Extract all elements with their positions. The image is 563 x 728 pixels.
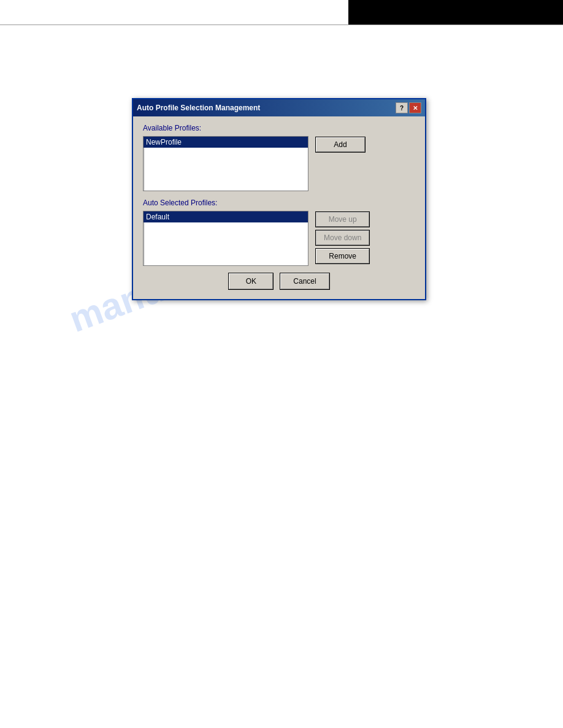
list-item[interactable]: NewProfile bbox=[144, 137, 308, 148]
dialog-title: Auto Profile Selection Management bbox=[137, 104, 260, 112]
dialog-wrapper: Auto Profile Selection Management ? ✕ Av… bbox=[132, 98, 426, 300]
top-line bbox=[0, 25, 563, 25]
auto-profile-dialog: Auto Profile Selection Management ? ✕ Av… bbox=[132, 98, 426, 300]
auto-selected-profiles-label: Auto Selected Profiles: bbox=[143, 199, 415, 207]
auto-selected-btn-col: Move up Move down Remove bbox=[316, 211, 369, 264]
move-down-button[interactable]: Move down bbox=[316, 230, 369, 245]
auto-selected-profiles-row: Default Move up Move down Remove bbox=[143, 211, 415, 266]
add-button[interactable]: Add bbox=[316, 137, 365, 152]
auto-selected-profiles-list[interactable]: Default bbox=[143, 211, 308, 266]
list-item[interactable]: Default bbox=[144, 211, 308, 222]
move-up-button[interactable]: Move up bbox=[316, 212, 369, 227]
bottom-buttons: OK Cancel bbox=[143, 273, 415, 289]
available-profiles-list[interactable]: NewProfile bbox=[143, 136, 308, 191]
title-bar: Auto Profile Selection Management ? ✕ bbox=[133, 99, 425, 116]
help-button[interactable]: ? bbox=[396, 102, 408, 113]
dialog-content: Available Profiles: NewProfile Add Auto … bbox=[133, 116, 425, 299]
title-bar-controls: ? ✕ bbox=[396, 102, 421, 113]
remove-button[interactable]: Remove bbox=[316, 249, 369, 264]
top-bar bbox=[348, 0, 563, 25]
cancel-button[interactable]: Cancel bbox=[280, 273, 329, 289]
available-profiles-label: Available Profiles: bbox=[143, 124, 415, 132]
available-btn-col: Add bbox=[316, 136, 365, 152]
ok-button[interactable]: OK bbox=[229, 273, 273, 289]
available-profiles-row: NewProfile Add bbox=[143, 136, 415, 191]
close-button[interactable]: ✕ bbox=[409, 102, 421, 113]
